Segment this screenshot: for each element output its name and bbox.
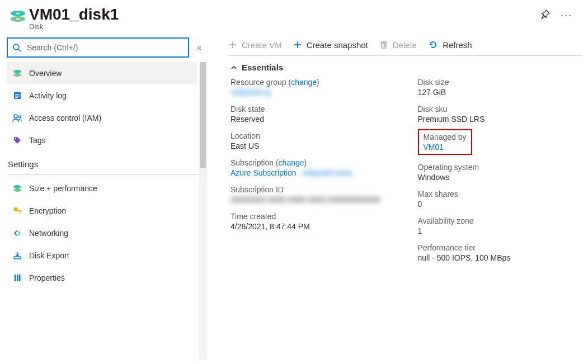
svg-rect-28: [382, 43, 386, 48]
refresh-icon: [428, 40, 438, 50]
pin-icon[interactable]: [539, 9, 551, 22]
sidebar-item-activity-log[interactable]: Activity log: [7, 84, 197, 107]
subscription-link[interactable]: Azure Subscription: [231, 168, 297, 177]
svg-rect-18: [17, 210, 21, 211]
sidebar-item-tags[interactable]: Tags: [7, 129, 197, 152]
trash-icon: [379, 40, 388, 49]
create-snapshot-button[interactable]: Create snapshot: [293, 40, 368, 50]
resource-type-label: Disk: [29, 22, 539, 31]
sidebar: « Overview: [0, 35, 208, 360]
activity-log-icon: [12, 91, 22, 100]
plus-icon: [293, 40, 302, 49]
subscription-id-value: 00000000-0000-0000-0000-000000000000: [231, 195, 396, 204]
encryption-icon: [12, 206, 22, 215]
performance-tier-value: null - 500 IOPS, 100 MBps: [418, 253, 583, 262]
essentials-toggle[interactable]: Essentials: [228, 56, 582, 78]
sidebar-item-label: Tags: [29, 136, 46, 145]
sidebar-item-label: Encryption: [29, 206, 66, 215]
svg-point-13: [18, 116, 21, 118]
sidebar-item-size-performance[interactable]: Size + performance: [7, 177, 197, 200]
disk-resource-icon: [7, 6, 29, 25]
field-availability-zone: Availability zone 1: [418, 216, 583, 235]
toolbar-label: Refresh: [443, 40, 472, 50]
svg-rect-10: [15, 96, 20, 97]
essentials-title: Essentials: [242, 63, 283, 72]
networking-icon: [12, 229, 22, 238]
managed-by-link[interactable]: VM01: [424, 143, 444, 152]
sidebar-item-label: Disk Export: [29, 251, 69, 260]
sidebar-item-label: Access control (IAM): [29, 114, 101, 122]
properties-icon: [12, 273, 22, 282]
svg-rect-19: [20, 211, 21, 213]
sidebar-item-label: Activity log: [29, 91, 67, 100]
svg-rect-21: [15, 275, 16, 281]
sidebar-item-overview[interactable]: Overview: [7, 62, 197, 84]
location-value: East US: [231, 141, 396, 150]
svg-rect-9: [15, 94, 20, 95]
sidebar-item-access-control[interactable]: Access control (IAM): [7, 107, 197, 129]
sidebar-item-disk-export[interactable]: Disk Export: [7, 244, 197, 267]
search-input[interactable]: [26, 42, 184, 53]
svg-point-1: [16, 13, 20, 14]
managed-by-highlight: Managed by VM01: [418, 129, 472, 155]
toolbar: Create VM Create snapshot Delete: [228, 36, 582, 56]
field-operating-system: Operating system Windows: [418, 163, 583, 182]
disk-size-value: 127 GiB: [418, 88, 583, 97]
resource-group-value[interactable]: redacted-rg: [231, 88, 271, 97]
field-subscription-id: Subscription ID 00000000-0000-0000-0000-…: [231, 185, 396, 204]
field-location: Location East US: [231, 131, 396, 150]
sidebar-scrollbar[interactable]: [199, 62, 207, 360]
svg-point-3: [16, 18, 20, 20]
toolbar-label: Create snapshot: [307, 40, 368, 50]
field-time-created: Time created 4/28/2021, 8:47:44 PM: [231, 212, 396, 231]
sidebar-item-label: Size + performance: [29, 184, 97, 193]
change-resource-group-link[interactable]: change: [291, 78, 317, 87]
toolbar-label: Delete: [393, 40, 417, 50]
disk-export-icon: [12, 251, 22, 260]
disk-icon: [12, 183, 22, 193]
os-value: Windows: [418, 173, 583, 182]
svg-point-15: [13, 185, 21, 188]
svg-rect-11: [15, 97, 18, 98]
collapse-sidebar-icon[interactable]: «: [195, 43, 204, 52]
page-header: VM01_disk1 Disk ···: [0, 0, 588, 35]
scrollbar-thumb[interactable]: [200, 62, 206, 168]
field-resource-group: Resource group (change) redacted-rg: [231, 78, 396, 97]
field-managed-by: Managed by VM01: [418, 131, 583, 155]
disk-icon: [12, 68, 22, 78]
field-disk-size: Disk size 127 GiB: [418, 78, 583, 97]
svg-line-5: [18, 49, 21, 51]
svg-point-16: [13, 188, 21, 192]
time-created-value: 4/28/2021, 8:47:44 PM: [231, 222, 396, 231]
delete-button: Delete: [379, 40, 417, 50]
svg-point-14: [15, 138, 16, 139]
create-vm-button: Create VM: [228, 40, 282, 50]
sidebar-item-networking[interactable]: Networking: [7, 222, 197, 244]
sidebar-section-settings: Settings: [7, 152, 208, 172]
chevron-up-icon: [231, 64, 237, 71]
field-max-shares: Max shares 0: [418, 190, 583, 209]
disk-state-value: Reserved: [231, 115, 396, 124]
change-subscription-link[interactable]: change: [279, 158, 304, 167]
access-control-icon: [12, 114, 22, 122]
svg-point-12: [14, 115, 17, 118]
search-box[interactable]: [7, 37, 189, 58]
sidebar-item-label: Properties: [29, 273, 65, 282]
svg-point-7: [13, 73, 21, 77]
toolbar-label: Create VM: [242, 40, 282, 50]
more-icon[interactable]: ···: [561, 10, 572, 21]
sidebar-item-encryption[interactable]: Encryption: [7, 200, 197, 222]
max-shares-value: 0: [418, 200, 583, 209]
sidebar-item-properties[interactable]: Properties: [7, 267, 197, 289]
refresh-button[interactable]: Refresh: [428, 40, 472, 50]
svg-rect-22: [17, 275, 18, 281]
page-title: VM01_disk1: [29, 6, 539, 23]
disk-sku-value: Premium SSD LRS: [418, 115, 583, 124]
field-disk-sku: Disk sku Premium SSD LRS: [418, 105, 583, 124]
availability-zone-value: 1: [418, 226, 583, 235]
svg-rect-20: [14, 257, 21, 259]
field-performance-tier: Performance tier null - 500 IOPS, 100 MB…: [418, 243, 583, 262]
svg-rect-23: [19, 275, 21, 281]
svg-point-6: [13, 70, 21, 73]
svg-point-4: [13, 44, 19, 50]
